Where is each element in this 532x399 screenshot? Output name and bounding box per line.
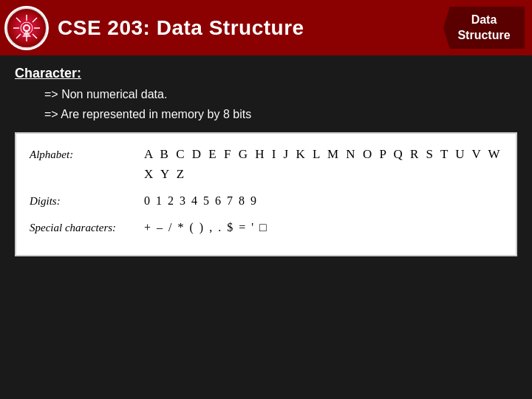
header-badge: Data Structure	[443, 7, 525, 50]
info-box: Alphabet: A B C D E F G H I J K L M N O …	[15, 132, 517, 256]
header: CSE 203: Data Structure Data Structure	[0, 0, 532, 55]
badge-line1: Data	[471, 13, 497, 26]
digits-label: Digits:	[30, 192, 144, 210]
svg-line-6	[33, 34, 37, 38]
svg-line-5	[16, 18, 21, 22]
character-heading: Character:	[15, 66, 517, 81]
special-label: Special characters:	[30, 219, 144, 236]
alphabet-label: Alphabet:	[30, 146, 144, 163]
page-title: CSE 203: Data Structure	[58, 16, 304, 40]
logo-inner	[6, 7, 47, 49]
header-left: CSE 203: Data Structure	[4, 6, 304, 50]
digits-row: Digits: 0 1 2 3 4 5 6 7 8 9	[30, 191, 502, 211]
bullet-2: => Are represented in memory by 8 bits	[44, 106, 517, 123]
badge-line2: Structure	[457, 29, 510, 41]
alphabet-row: Alphabet: A B C D E F G H I J K L M N O …	[30, 144, 502, 184]
logo	[4, 6, 49, 50]
svg-line-7	[33, 18, 37, 22]
special-value: + – / * ( ) , . $ = ' □	[144, 218, 268, 237]
digits-value: 0 1 2 3 4 5 6 7 8 9	[144, 191, 258, 211]
special-row: Special characters: + – / * ( ) , . $ = …	[30, 218, 502, 237]
logo-svg	[12, 13, 41, 43]
svg-line-8	[16, 34, 21, 38]
content-area: Character: => Non numerical data. => Are…	[0, 55, 532, 267]
alphabet-value: A B C D E F G H I J K L M N O P Q R S T …	[144, 144, 502, 184]
bullet-1: => Non numerical data.	[44, 86, 517, 103]
